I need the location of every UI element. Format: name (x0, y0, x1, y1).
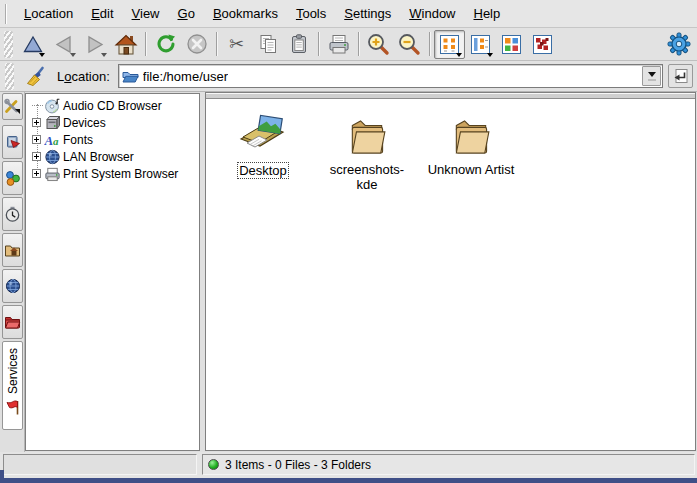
expand-plus-icon[interactable] (32, 152, 41, 161)
tree-item-devices[interactable]: Devices (29, 114, 199, 131)
location-toolbar-drag-handle[interactable] (5, 63, 14, 90)
go-button[interactable] (668, 64, 693, 88)
status-bar: 3 Items - 0 Files - 3 Folders (0, 452, 697, 478)
menu-location[interactable]: Location (15, 3, 82, 24)
bookmarks-icon (5, 134, 21, 150)
tree-item-label: Audio CD Browser (63, 99, 165, 113)
location-dropdown-button[interactable] (642, 66, 661, 86)
icon-area[interactable]: Desktop screenshots-kde Unknown Artist (206, 99, 695, 450)
toolbar-separator (145, 32, 146, 56)
copy-icon (257, 33, 279, 55)
sidebar-tab-services[interactable]: Services (2, 341, 23, 430)
content-area: Services Audio CD Bro (0, 92, 697, 452)
fonts-icon: A a (44, 132, 61, 148)
toolbar-separator (358, 32, 359, 56)
icon-view-button[interactable] (434, 30, 465, 59)
up-dropdown-caret (39, 53, 45, 57)
zoom-in-icon (367, 33, 390, 56)
zoom-out-button[interactable] (394, 30, 425, 59)
home-button[interactable] (110, 30, 141, 59)
forward-button[interactable] (79, 30, 110, 59)
root-folder-icon (4, 314, 21, 330)
menu-bar: Location Edit View Go Bookmarks Tools Se… (0, 0, 697, 28)
expand-plus-icon[interactable] (32, 169, 41, 178)
print-icon (327, 33, 351, 55)
tree-item-print-system[interactable]: Print System Browser (29, 165, 199, 182)
tree-item-label: Print System Browser (63, 167, 181, 181)
konqueror-gear-icon (667, 32, 691, 56)
cut-icon: ✂ (229, 35, 244, 53)
menu-window[interactable]: Window (400, 3, 464, 24)
menu-go[interactable]: Go (169, 3, 204, 24)
menu-settings[interactable]: Settings (335, 3, 400, 24)
audio-cd-icon (44, 98, 61, 114)
stop-button[interactable] (181, 30, 212, 59)
view-status-segment: 3 Items - 0 Files - 3 Folders (202, 454, 695, 475)
tree-item-lan-browser[interactable]: LAN Browser (29, 148, 199, 165)
reload-button[interactable] (150, 30, 181, 59)
menu-bookmarks[interactable]: Bookmarks (204, 3, 287, 24)
sidebar-tab-bookmarks[interactable] (2, 125, 23, 159)
text-view-button[interactable] (527, 30, 558, 59)
tree-view-button[interactable] (465, 30, 496, 59)
active-view-led-icon (208, 459, 219, 470)
services-tree-panel: Audio CD Browser Devices A a (25, 93, 200, 451)
toolbar-drag-handle[interactable] (4, 31, 13, 58)
file-item-label[interactable]: Desktop (237, 162, 289, 179)
copy-button[interactable] (252, 30, 283, 59)
cut-button[interactable]: ✂ (221, 30, 252, 59)
sidebar-tab-network[interactable] (2, 269, 23, 303)
menu-tools[interactable]: Tools (287, 3, 335, 24)
back-dropdown-caret (70, 53, 76, 57)
paste-button[interactable] (283, 30, 314, 59)
file-item-desktop[interactable]: Desktop (214, 107, 312, 179)
print-system-icon (44, 166, 61, 182)
location-combobox[interactable]: file:/home/user (118, 64, 663, 88)
sidebar-tab-root-folder[interactable] (2, 305, 23, 339)
toolbar-separator (216, 32, 217, 56)
menu-edit[interactable]: Edit (82, 3, 122, 24)
file-item-label[interactable]: Unknown Artist (428, 162, 515, 177)
forward-icon (84, 34, 106, 55)
window-bottom-border (0, 478, 697, 483)
zoom-out-icon (398, 33, 421, 56)
clear-location-button[interactable] (23, 62, 49, 91)
toolbar-separator (429, 32, 430, 56)
up-button[interactable] (17, 30, 48, 59)
expand-plus-icon[interactable] (32, 135, 41, 144)
file-item-unknown-artist[interactable]: Unknown Artist (422, 107, 520, 177)
applications-icon (4, 170, 21, 187)
tree-item-fonts[interactable]: A a Fonts (29, 131, 199, 148)
location-toolbar: Location: file:/home/user (0, 61, 697, 92)
home-icon (114, 33, 138, 55)
tree-item-audio-cd[interactable]: Audio CD Browser (29, 97, 199, 114)
sidebar-tab-home-folder[interactable] (2, 233, 23, 267)
location-input[interactable]: file:/home/user (143, 69, 228, 84)
sidebar-configure-button[interactable] (2, 93, 23, 120)
detailed-view-icon (501, 34, 522, 55)
location-label: Location: (57, 69, 110, 84)
menu-help[interactable]: Help (465, 3, 510, 24)
detailed-view-button[interactable] (496, 30, 527, 59)
sidebar-tab-history[interactable] (2, 197, 23, 231)
folder-view: Desktop screenshots-kde Unknown Artist (205, 92, 696, 451)
konqueror-logo-button[interactable] (663, 30, 694, 59)
file-item-label[interactable]: screenshots-kde (324, 162, 410, 192)
back-button[interactable] (48, 30, 79, 59)
expand-plus-icon[interactable] (32, 118, 41, 127)
tree-view-icon (470, 34, 491, 55)
menu-view[interactable]: View (123, 3, 169, 24)
file-item-screenshots-kde[interactable]: screenshots-kde (318, 107, 416, 192)
up-icon (22, 34, 44, 55)
desktop-folder-icon (237, 111, 289, 157)
print-button[interactable] (323, 30, 354, 59)
text-view-icon (532, 34, 553, 55)
menubar-drag-handle[interactable] (5, 4, 8, 24)
dropdown-arrow-icon (648, 72, 656, 77)
tree-view-dropdown-caret (487, 53, 493, 57)
sidebar-tab-applications[interactable] (2, 161, 23, 195)
history-clock-icon (4, 206, 21, 223)
clear-location-broom-icon (26, 66, 47, 87)
tree-item-label: Fonts (63, 133, 96, 147)
zoom-in-button[interactable] (363, 30, 394, 59)
